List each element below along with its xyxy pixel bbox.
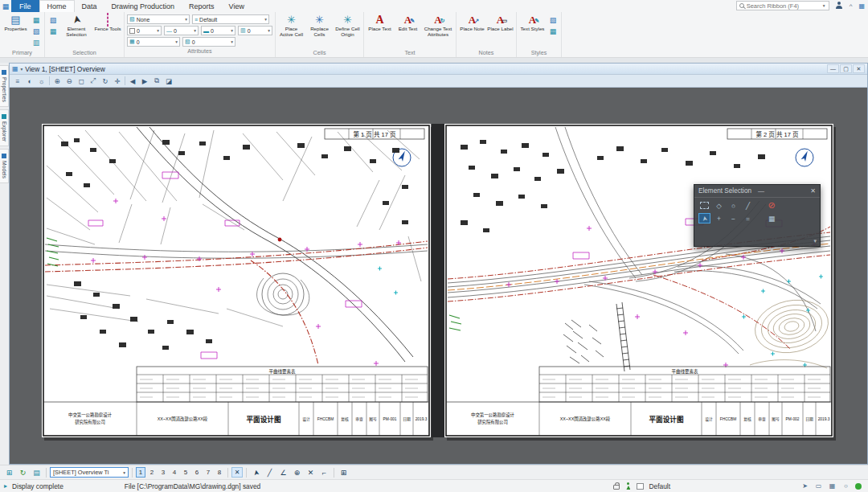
view-maximize-button[interactable]: ▢ (840, 64, 852, 73)
zoom-in-icon[interactable]: ⊕ (51, 76, 63, 86)
angle-snap-icon[interactable]: ∠ (277, 467, 289, 478)
view-toggle-4[interactable]: 4 (170, 467, 179, 478)
models-icon[interactable]: ▥ (31, 37, 42, 47)
view-previous-icon[interactable]: ◀ (127, 76, 138, 86)
view-attributes-icon[interactable]: ≡ (12, 76, 23, 86)
place-label-button[interactable]: A▭ Place Label (487, 13, 514, 32)
subtract-mode-icon[interactable]: − (727, 213, 739, 223)
view-next-icon[interactable]: ▶ (139, 76, 150, 86)
select-circle-icon[interactable]: ○ (727, 200, 739, 211)
tab-reports[interactable]: Reports (182, 0, 222, 12)
active-color-dropdown[interactable]: 0 ▾ (127, 26, 162, 35)
active-line-weight-dropdown[interactable]: ▬ 0 ▾ (201, 26, 235, 35)
rotate-view-icon[interactable]: ↻ (100, 76, 111, 86)
pan-view-icon[interactable]: ✛ (112, 76, 123, 86)
view-toggle-8[interactable]: 8 (215, 467, 224, 478)
view-close-button[interactable]: ✕ (853, 64, 865, 73)
center-snap-icon[interactable]: ⊕ (291, 467, 303, 478)
close-view-group-button[interactable]: ✕ (231, 467, 243, 478)
text-styles-button[interactable]: A✎ Text Styles (519, 13, 546, 32)
accusnap-icon[interactable] (624, 482, 632, 490)
adjust-brightness-icon[interactable]: ☼ (36, 76, 47, 86)
pointer-mode-button[interactable]: ➤ (698, 213, 710, 223)
replace-cells-button[interactable]: ✳ Replace Cells (306, 13, 333, 38)
properties-button[interactable]: ▤ Properties (2, 13, 29, 32)
active-priority-dropdown[interactable]: ▧ 0 ▾ (182, 37, 235, 47)
dgn-status-icon[interactable]: ▦ (828, 482, 837, 490)
intersection-snap-icon[interactable]: ✕ (305, 467, 317, 478)
selection-sets-icon[interactable]: ▦ (47, 26, 59, 36)
side-tab-explorer[interactable]: Explorer (0, 109, 9, 146)
define-cell-origin-button[interactable]: ✳ Define Cell Origin (334, 13, 361, 38)
dialog-expand-chevron-icon[interactable]: ▾ (813, 238, 817, 244)
view-menu-icon[interactable]: ▦ (12, 65, 18, 72)
view-minimize-button[interactable]: — (827, 64, 839, 73)
side-tab-models[interactable]: Models (0, 149, 9, 183)
view-toggle-6[interactable]: 6 (192, 467, 202, 478)
tab-data[interactable]: Data (75, 0, 104, 12)
explorer-icon[interactable]: ▦ (31, 14, 42, 25)
view-titlebar[interactable]: ▦ ▾ View 1, [SHEET] Overview — ▢ ✕ (10, 64, 867, 75)
side-tab-properties[interactable]: Properties (0, 65, 9, 107)
active-line-style-dropdown[interactable]: — 0 ▾ (164, 26, 199, 35)
references-icon[interactable]: ▧ (31, 26, 42, 36)
place-active-cell-button[interactable]: ✳ Place Active Cell (278, 13, 305, 38)
selection-count-icon[interactable]: ➤ (800, 482, 809, 490)
tab-drawing-production[interactable]: Drawing Production (104, 0, 182, 12)
fit-view-icon[interactable]: ⤢ (88, 76, 99, 86)
place-note-button[interactable]: A↗ Place Note (459, 13, 485, 32)
element-selection-dialog[interactable]: Element Selection — ✕ ◇ ○ ╱ ⊘ ➤ + − = ▦ (694, 184, 821, 247)
select-block-icon[interactable] (700, 202, 709, 209)
view-group-selector[interactable]: [SHEET] Overview Ti ▾ (50, 467, 129, 478)
view-toggle-7[interactable]: 7 (203, 467, 213, 478)
fence-status-icon[interactable]: ▭ (814, 482, 823, 490)
sheet-1[interactable]: 第 1 页 共 17 页 (42, 124, 431, 437)
selection-options-button[interactable]: ▦ (763, 213, 780, 223)
add-mode-icon[interactable]: + (713, 213, 725, 223)
ribbon-search[interactable]: ▾ (736, 1, 829, 10)
change-text-attributes-button[interactable]: A↻ Change Text Attributes (423, 13, 453, 38)
selection-history-icon[interactable]: ▧ (47, 14, 59, 25)
minimize-ribbon-icon[interactable]: ^ (846, 0, 856, 12)
copy-view-icon[interactable]: ⧉ (151, 76, 162, 86)
tab-home[interactable]: Home (39, 0, 75, 12)
place-text-button[interactable]: A Place Text (366, 13, 393, 32)
view-toggle-5[interactable]: 5 (181, 467, 190, 478)
user-account-icon[interactable] (835, 2, 843, 10)
element-styles-icon[interactable]: ▦ (547, 26, 559, 36)
replace-mode-icon[interactable]: = (742, 213, 754, 223)
accudraw-pointer-icon[interactable]: ➤ (250, 467, 262, 478)
tab-view[interactable]: View (222, 0, 252, 12)
select-line-icon[interactable]: ╱ (742, 200, 754, 211)
sheet-navigator-icon[interactable]: ▤ (31, 467, 43, 478)
sync-view-icon[interactable]: ↻ (17, 467, 29, 478)
active-transparency-dropdown[interactable]: ▥ 0 ▾ (238, 26, 272, 35)
sheet-2[interactable]: 第 2 页 共 17 页 (444, 124, 833, 437)
nearest-snap-icon[interactable]: ╱ (264, 467, 276, 478)
dialog-minimize-icon[interactable]: — (758, 187, 764, 195)
active-level-dropdown[interactable]: ≡ Default ▾ (192, 14, 269, 24)
select-shape-icon[interactable]: ◇ (713, 200, 725, 211)
view-menu-caret-icon[interactable]: ▾ (21, 67, 23, 72)
edit-text-button[interactable]: A✎ Edit Text (395, 13, 421, 32)
search-input[interactable] (747, 2, 821, 10)
active-class-dropdown[interactable]: ▦ 0 ▾ (127, 37, 180, 47)
dialog-titlebar[interactable]: Element Selection — ✕ (694, 185, 820, 198)
dimension-styles-icon[interactable]: ▧ (547, 14, 559, 25)
fence-tools-button[interactable]: Fence Tools (94, 13, 121, 32)
search-caret-icon[interactable]: ▾ (823, 3, 825, 8)
tab-file[interactable]: File (11, 0, 39, 12)
lock-icon[interactable] (613, 485, 620, 490)
active-level-name[interactable]: Default (649, 482, 670, 490)
element-selection-button[interactable]: ➤ Element Selection (60, 13, 92, 38)
window-area-icon[interactable]: ◻ (76, 76, 87, 86)
perpendicular-snap-icon[interactable]: ⌐ (318, 467, 330, 478)
models-browser-icon[interactable]: ⊞ (3, 467, 15, 478)
view-toggle-3[interactable]: 3 (158, 467, 168, 478)
grid-lock-icon[interactable]: ⊞ (338, 467, 350, 478)
drawing-canvas[interactable]: 第 1 页 共 17 页 (10, 88, 867, 464)
view-toggle-1[interactable]: 1 (136, 467, 145, 478)
message-center-icon[interactable]: ○ (841, 482, 850, 490)
active-template-dropdown[interactable]: ▧ None ▾ (127, 14, 190, 24)
dialog-close-icon[interactable]: ✕ (810, 187, 816, 195)
